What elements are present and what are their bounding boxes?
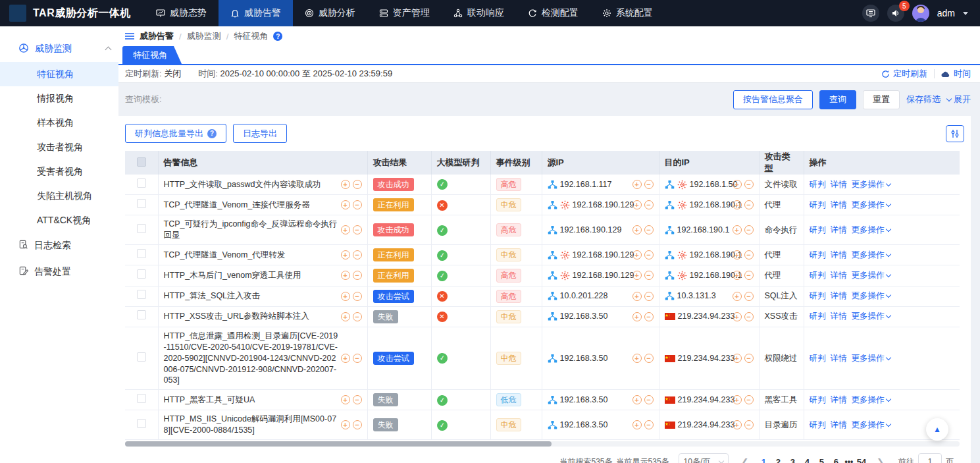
- page-number-4[interactable]: 4: [800, 457, 814, 463]
- add-filter-icon[interactable]: +: [733, 420, 742, 429]
- alert-name[interactable]: TCP_代理隧道_Venom_代理转发: [164, 250, 338, 261]
- help-icon[interactable]: ?: [273, 32, 282, 41]
- remove-filter-icon[interactable]: −: [353, 180, 362, 189]
- remove-filter-icon[interactable]: −: [644, 180, 654, 189]
- column-header-0[interactable]: 告警信息: [158, 151, 367, 175]
- add-filter-icon[interactable]: +: [733, 180, 742, 189]
- add-filter-icon[interactable]: +: [733, 354, 742, 363]
- remove-filter-icon[interactable]: −: [644, 271, 654, 280]
- aggregate-by-alert-button[interactable]: 按告警信息聚合: [733, 90, 813, 109]
- alert-name[interactable]: HTTP_算法_SQL注入攻击: [164, 290, 338, 302]
- row-checkbox[interactable]: [137, 199, 146, 208]
- row-checkbox[interactable]: [137, 352, 146, 362]
- more-actions-link[interactable]: 更多操作: [852, 250, 890, 261]
- remove-filter-icon[interactable]: −: [644, 312, 654, 321]
- notification-speaker-button[interactable]: 5: [887, 5, 904, 22]
- column-header-7[interactable]: 操作: [804, 151, 960, 175]
- more-actions-link[interactable]: 更多操作: [852, 353, 890, 364]
- add-filter-icon[interactable]: +: [341, 225, 350, 234]
- detail-action-link[interactable]: 详情: [831, 420, 847, 429]
- nav-item-5[interactable]: 检测配置: [516, 0, 590, 26]
- remove-filter-icon[interactable]: −: [644, 292, 654, 301]
- judge-action-link[interactable]: 研判: [810, 312, 826, 321]
- add-filter-icon[interactable]: +: [341, 250, 350, 259]
- judge-action-link[interactable]: 研判: [810, 225, 826, 234]
- column-header-3[interactable]: 事件级别: [490, 151, 542, 175]
- detail-action-link[interactable]: 详情: [831, 250, 847, 259]
- alert-name[interactable]: TCP_可疑行为_ipconfig命令_反弹远程命令执行回显: [164, 219, 338, 241]
- page-number-6[interactable]: 6: [829, 457, 843, 463]
- remove-filter-icon[interactable]: −: [644, 420, 654, 429]
- remove-filter-icon[interactable]: −: [644, 225, 654, 234]
- alert-name[interactable]: TCP_代理隧道_Venom_连接代理服务器: [164, 200, 338, 211]
- page-number-1[interactable]: 1: [756, 457, 771, 463]
- add-filter-icon[interactable]: +: [733, 225, 742, 234]
- detail-action-link[interactable]: 详情: [831, 312, 847, 321]
- alert-name[interactable]: HTTP_木马后门_venom穿透工具使用: [164, 270, 338, 281]
- remove-filter-icon[interactable]: −: [353, 312, 362, 321]
- log-export-button[interactable]: 日志导出: [233, 124, 287, 143]
- alert-name[interactable]: HTTP_MS_IIS_Unicode解码漏洞利用[MS00-078][CVE-…: [164, 414, 338, 436]
- page-size-select[interactable]: 10条/页: [679, 453, 729, 463]
- remove-filter-icon[interactable]: −: [353, 354, 362, 363]
- remove-filter-icon[interactable]: −: [353, 395, 362, 404]
- add-filter-icon[interactable]: +: [632, 292, 642, 301]
- expand-link[interactable]: 展开: [947, 94, 971, 105]
- user-avatar[interactable]: [912, 5, 929, 22]
- sidebar-item-6[interactable]: ATT&CK视角: [0, 208, 118, 232]
- row-checkbox[interactable]: [137, 290, 146, 299]
- prev-page-button[interactable]: ❮: [738, 457, 753, 463]
- remove-filter-icon[interactable]: −: [744, 312, 754, 321]
- detail-action-link[interactable]: 详情: [831, 225, 847, 234]
- row-checkbox[interactable]: [137, 269, 146, 279]
- add-filter-icon[interactable]: +: [341, 395, 350, 404]
- remove-filter-icon[interactable]: −: [353, 250, 362, 259]
- judge-action-link[interactable]: 研判: [810, 420, 826, 429]
- remove-filter-icon[interactable]: −: [644, 354, 654, 363]
- detail-action-link[interactable]: 详情: [831, 291, 847, 300]
- add-filter-icon[interactable]: +: [632, 354, 642, 363]
- alert-name[interactable]: HTTP_XSS攻击_URL参数跨站脚本注入: [164, 311, 338, 322]
- remove-filter-icon[interactable]: −: [744, 420, 754, 429]
- remove-filter-icon[interactable]: −: [644, 250, 654, 259]
- add-filter-icon[interactable]: +: [632, 312, 642, 321]
- nav-item-2[interactable]: 威胁分析: [293, 0, 367, 26]
- judge-action-link[interactable]: 研判: [810, 291, 826, 300]
- add-filter-icon[interactable]: +: [632, 180, 642, 189]
- select-all-checkbox[interactable]: [137, 157, 146, 167]
- remove-filter-icon[interactable]: −: [353, 292, 362, 301]
- add-filter-icon[interactable]: +: [733, 250, 742, 259]
- add-filter-icon[interactable]: +: [632, 271, 642, 280]
- add-filter-icon[interactable]: +: [632, 395, 642, 404]
- reset-button[interactable]: 重置: [863, 90, 900, 109]
- remove-filter-icon[interactable]: −: [744, 225, 754, 234]
- sidebar-group-0[interactable]: 威胁监测: [0, 36, 118, 62]
- sidebar-item-4[interactable]: 受害者视角: [0, 159, 118, 184]
- more-actions-link[interactable]: 更多操作: [852, 270, 890, 281]
- add-filter-icon[interactable]: +: [733, 292, 742, 301]
- remove-filter-icon[interactable]: −: [744, 180, 754, 189]
- remove-filter-icon[interactable]: −: [744, 292, 754, 301]
- more-actions-link[interactable]: 更多操作: [852, 395, 890, 406]
- row-checkbox[interactable]: [137, 310, 146, 319]
- row-checkbox[interactable]: [137, 178, 146, 188]
- sidebar-item-1[interactable]: 情报视角: [0, 86, 118, 111]
- more-actions-link[interactable]: 更多操作: [852, 179, 890, 190]
- add-filter-icon[interactable]: +: [341, 200, 350, 209]
- save-filter-link[interactable]: 保存筛选: [906, 94, 941, 105]
- remove-filter-icon[interactable]: −: [744, 354, 754, 363]
- add-filter-icon[interactable]: +: [341, 354, 350, 363]
- row-checkbox[interactable]: [137, 224, 146, 233]
- next-page-button[interactable]: ❯: [873, 457, 888, 463]
- sidebar-item-2[interactable]: 样本视角: [0, 111, 118, 135]
- judge-action-link[interactable]: 研判: [810, 200, 826, 209]
- more-actions-link[interactable]: 更多操作: [852, 290, 890, 302]
- time-picker-link[interactable]: 时间: [941, 68, 971, 80]
- add-filter-icon[interactable]: +: [341, 312, 350, 321]
- remove-filter-icon[interactable]: −: [744, 271, 754, 280]
- page-number-3[interactable]: 3: [785, 457, 800, 463]
- search-button[interactable]: 查询: [819, 90, 856, 109]
- remove-filter-icon[interactable]: −: [644, 395, 654, 404]
- remove-filter-icon[interactable]: −: [353, 225, 362, 234]
- row-checkbox[interactable]: [137, 249, 146, 258]
